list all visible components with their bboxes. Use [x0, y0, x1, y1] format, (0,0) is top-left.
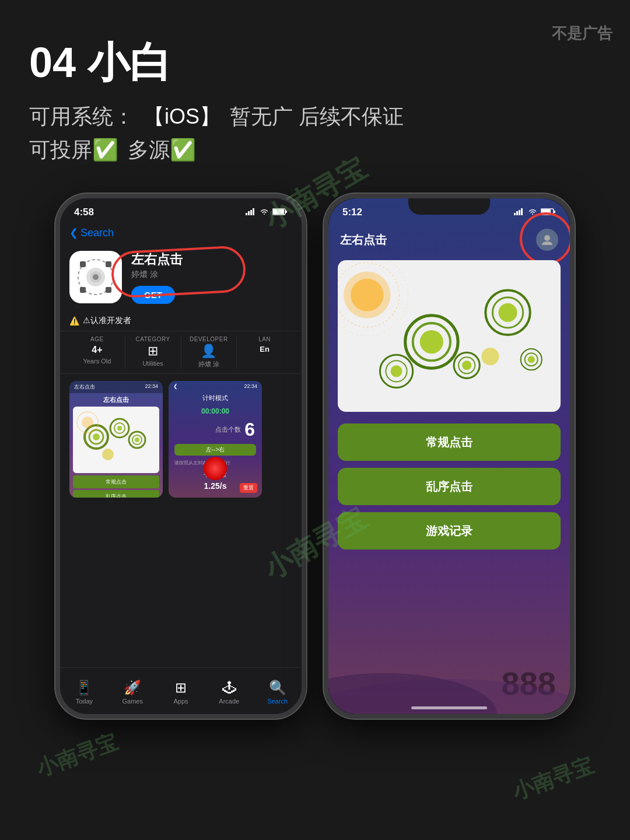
- meta-cat-label: CATEGORY: [125, 336, 181, 342]
- tab-bar: 📱 Today 🚀 Games ⊞ Apps 🕹 Arcade: [60, 667, 302, 714]
- svg-rect-10: [80, 261, 86, 267]
- game-btn-records[interactable]: 游戏记录: [338, 512, 561, 550]
- header-section: 04 小白 可用系统： 【iOS】 暂无广 后续不保证 可投屏✅ 多源✅: [0, 0, 630, 176]
- tab-apps-label: Apps: [173, 698, 188, 705]
- right-signal-icon: [514, 208, 524, 217]
- right-status-bar: 5:12: [328, 198, 570, 222]
- screenshot-2: ❮ 22:34 计时模式 00:00:00 点击个数 6 左-->右: [169, 381, 262, 498]
- tab-games[interactable]: 🚀 Games: [108, 680, 157, 705]
- left-status-icons: [246, 208, 288, 217]
- svg-point-36: [351, 278, 383, 311]
- screenshots-section: 左右点击 22:34 左右点击: [60, 374, 302, 505]
- left-phone-screen: 4:58: [60, 198, 302, 714]
- tab-arcade-label: Arcade: [219, 698, 239, 705]
- watermark-bottom-right: 小南寻宝: [509, 751, 597, 807]
- tab-arcade[interactable]: 🕹 Arcade: [205, 680, 253, 705]
- app-subtitle: 婷燶 涂: [131, 270, 292, 280]
- meta-lang-value: En: [237, 345, 292, 354]
- tab-today-label: Today: [76, 698, 93, 705]
- svg-rect-1: [248, 211, 250, 215]
- svg-point-17: [93, 433, 100, 440]
- today-icon: 📱: [75, 680, 93, 696]
- mini-canvas-1: [73, 407, 159, 473]
- tab-apps[interactable]: ⊞ Apps: [157, 680, 205, 705]
- svg-point-24: [102, 449, 114, 460]
- wifi-icon: [260, 208, 269, 217]
- game-canvas: [338, 260, 561, 412]
- mini-btns-1: 常规点击 乱序点击 游戏记录: [69, 473, 163, 498]
- system-value: 【iOS】: [144, 103, 220, 131]
- svg-rect-33: [554, 211, 555, 213]
- meta-cat-sub: Utilities: [125, 360, 181, 367]
- developer-notice: ⚠️ ⚠认准开发者: [60, 311, 302, 331]
- right-phone-screen: 5:12: [328, 198, 570, 714]
- meta-age-sub: Years Old: [69, 358, 125, 365]
- right-time: 5:12: [342, 206, 362, 218]
- meta-cat-icon: ⊞: [125, 344, 181, 359]
- game-topbar: 左右点击: [328, 224, 570, 256]
- meta-dev-icon: 👤: [181, 344, 237, 359]
- tab-today[interactable]: 📱 Today: [60, 680, 108, 705]
- signal-icon: [246, 208, 256, 217]
- home-indicator: [411, 706, 487, 709]
- games-icon: 🚀: [124, 680, 141, 696]
- game-btn-random[interactable]: 乱序点击: [338, 468, 561, 505]
- timer-red-dot: [204, 457, 227, 480]
- svg-point-47: [390, 365, 402, 377]
- left-time: 4:58: [74, 206, 94, 218]
- meta-lang: LAN En: [236, 336, 292, 369]
- svg-point-23: [135, 438, 139, 442]
- svg-point-53: [528, 356, 535, 363]
- meta-age-label: AGE: [69, 336, 125, 342]
- meta-age: AGE 4+ Years Old: [69, 336, 125, 369]
- right-status-icons: [514, 208, 556, 217]
- meta-dev-label: DEVELOPER: [181, 336, 237, 342]
- app-icon: [69, 251, 122, 303]
- svg-rect-3: [253, 208, 254, 215]
- svg-point-20: [117, 426, 122, 430]
- watermark-bottom-left: 小南寻宝: [33, 728, 121, 783]
- svg-point-26: [82, 416, 93, 428]
- game-screen-mini-1: 左右点击 22:34 左右点击: [69, 381, 163, 498]
- right-wifi-icon: [528, 208, 537, 217]
- feature1: 可投屏✅: [29, 136, 118, 164]
- battery-icon: [272, 208, 288, 217]
- profile-icon[interactable]: [536, 229, 558, 251]
- mountain-decoration: [328, 644, 570, 714]
- timer-mini-title: 计时模式: [169, 391, 262, 405]
- svg-rect-12: [80, 287, 86, 293]
- system-label: 可用系统：: [29, 103, 134, 131]
- mini-title-1: 左右点击: [69, 393, 163, 407]
- get-button[interactable]: GET: [131, 286, 175, 304]
- app-info: 左右点击 婷燶 涂 GET: [131, 251, 292, 304]
- svg-point-50: [462, 360, 471, 370]
- game-app-screen: 5:12: [328, 198, 570, 714]
- svg-rect-6: [285, 211, 287, 213]
- back-chevron: ❮: [69, 226, 78, 239]
- subtitle-row2: 可投屏✅ 多源✅: [29, 136, 601, 164]
- mini-status-1: 左右点击 22:34: [69, 381, 163, 393]
- right-phone: 5:12: [324, 194, 575, 719]
- svg-rect-5: [273, 209, 284, 214]
- svg-rect-27: [514, 213, 516, 215]
- tab-search[interactable]: 🔍 Search: [253, 680, 302, 705]
- svg-rect-29: [519, 210, 520, 215]
- back-label: Search: [80, 227, 114, 239]
- app-meta-row: AGE 4+ Years Old CATEGORY ⊞ Utilities DE…: [60, 331, 302, 374]
- timer-arrow-btn: 左-->右: [174, 444, 256, 456]
- dev-notice-text: ⚠认准开发者: [83, 316, 131, 326]
- game-title: 左右点击: [340, 232, 387, 248]
- apps-icon: ⊞: [175, 680, 187, 696]
- tab-search-label: Search: [267, 698, 288, 705]
- svg-rect-0: [246, 213, 247, 215]
- back-button[interactable]: ❮ Search: [69, 226, 114, 239]
- game-btn-normal[interactable]: 常规点击: [338, 424, 561, 461]
- search-icon: 🔍: [269, 680, 286, 696]
- svg-rect-30: [521, 208, 523, 215]
- screenshot-list: 左右点击 22:34 左右点击: [69, 381, 292, 498]
- svg-rect-32: [541, 209, 551, 214]
- svg-rect-2: [250, 210, 252, 215]
- svg-rect-28: [516, 211, 518, 215]
- left-phone: 4:58: [55, 194, 306, 719]
- meta-developer: DEVELOPER 👤 婷燶 涂: [181, 336, 237, 369]
